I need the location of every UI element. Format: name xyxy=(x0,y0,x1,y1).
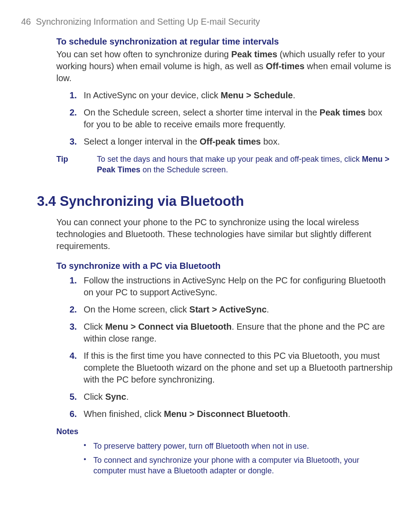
text: On the Home screen, click xyxy=(84,305,189,314)
notes-label: Notes xyxy=(56,426,394,437)
steps-list: 1. In ActiveSync on your device, click M… xyxy=(56,89,394,148)
text: When finished, click xyxy=(84,409,164,419)
tip-label: Tip xyxy=(56,154,97,175)
step-number: 3. xyxy=(70,321,77,333)
text: Click xyxy=(84,322,105,331)
step-item: 3. Select a longer interval in the Off-p… xyxy=(56,136,394,148)
step-item: 5. Click Sync. xyxy=(56,391,394,403)
section-heading-bluetooth: 3.4 Synchronizing via Bluetooth xyxy=(37,192,399,211)
section-bluetooth: You can connect your phone to the PC to … xyxy=(56,216,394,476)
section-title: Synchronizing via Bluetooth xyxy=(60,193,244,209)
steps-list: 1. Follow the instructions in ActiveSync… xyxy=(56,275,394,420)
step-number: 5. xyxy=(70,391,77,403)
intro-paragraph: You can set how often to synchronize dur… xyxy=(56,48,394,84)
step-number: 2. xyxy=(70,304,77,316)
bold-text: Menu > Schedule xyxy=(221,90,293,100)
chapter-title: Synchronizing Information and Setting Up… xyxy=(36,17,260,26)
bold-text: Peak times xyxy=(231,49,277,59)
section-schedule: To schedule synchronization at regular t… xyxy=(56,36,394,175)
sub-heading-schedule: To schedule synchronization at regular t… xyxy=(56,36,394,48)
step-item: 1. Follow the instructions in ActiveSync… xyxy=(56,275,394,298)
text: on the Schedule screen. xyxy=(140,165,228,174)
section-number: 3.4 xyxy=(37,193,56,209)
tip-body: To set the days and hours that make up y… xyxy=(97,154,394,175)
text: On the Schedule screen, select a shorter… xyxy=(84,108,320,117)
text: . xyxy=(293,90,295,100)
text: box. xyxy=(261,137,280,146)
step-item: 4. If this is the first time you have co… xyxy=(56,350,394,386)
text: . xyxy=(288,409,291,419)
step-item: 2. On the Home screen, click Start > Act… xyxy=(56,304,394,316)
bold-text: Off-times xyxy=(266,61,305,71)
page-number: 46 xyxy=(21,17,31,26)
text: To set the days and hours that make up y… xyxy=(97,155,362,164)
note-item: To preserve battery power, turn off Blue… xyxy=(82,441,390,451)
text: . xyxy=(267,305,269,314)
step-number: 1. xyxy=(70,89,77,101)
text: Follow the instructions in ActiveSync He… xyxy=(84,275,386,297)
step-item: 3. Click Menu > Connect via Bluetooth. E… xyxy=(56,321,394,345)
step-number: 2. xyxy=(70,107,77,119)
bold-text: Menu > Connect via Bluetooth xyxy=(105,322,232,331)
step-number: 6. xyxy=(70,408,77,420)
notes-list: To preserve battery power, turn off Blue… xyxy=(82,441,390,476)
bold-text: Menu > Disconnect Bluetooth xyxy=(164,409,288,419)
bold-text: Peak times xyxy=(320,108,366,117)
step-item: 1. In ActiveSync on your device, click M… xyxy=(56,89,394,101)
bold-text: Sync xyxy=(105,392,126,402)
sub-heading-sync-pc: To synchronize with a PC via Bluetooth xyxy=(56,260,394,272)
step-number: 4. xyxy=(70,350,77,362)
text: . xyxy=(126,392,129,402)
text: In ActiveSync on your device, click xyxy=(84,90,221,100)
bold-text: Off-peak times xyxy=(200,137,261,146)
text: You can set how often to synchronize dur… xyxy=(56,49,231,59)
text: If this is the first time you have conne… xyxy=(84,351,393,384)
step-number: 3. xyxy=(70,136,77,148)
text: Select a longer interval in the xyxy=(84,137,200,146)
tip-block: Tip To set the days and hours that make … xyxy=(56,154,394,175)
text: Click xyxy=(84,392,105,402)
page-header: 46 Synchronizing Information and Setting… xyxy=(21,16,399,28)
note-item: To connect and synchronize your phone wi… xyxy=(82,455,390,476)
bold-text: Start > ActiveSync xyxy=(189,305,266,314)
step-number: 1. xyxy=(70,275,77,286)
step-item: 6. When finished, click Menu > Disconnec… xyxy=(56,408,394,420)
step-item: 2. On the Schedule screen, select a shor… xyxy=(56,107,394,130)
intro-paragraph: You can connect your phone to the PC to … xyxy=(56,216,394,252)
